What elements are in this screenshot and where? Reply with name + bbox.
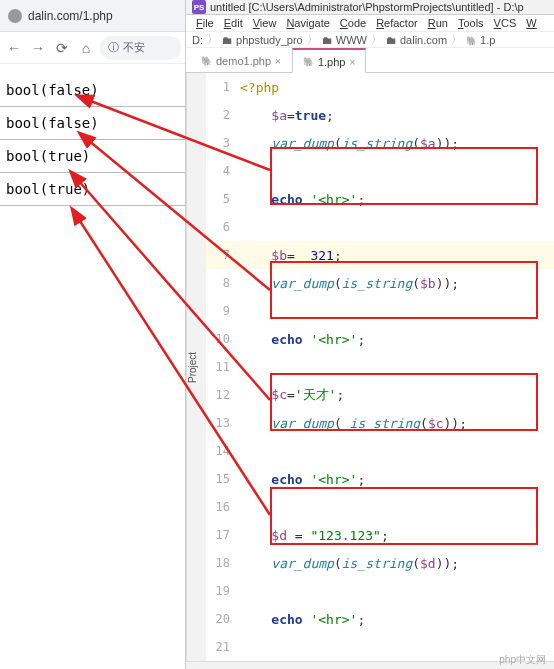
favicon-icon (8, 9, 22, 23)
line-number: 4 (206, 164, 240, 178)
line-number: 18 (206, 556, 240, 570)
code-line[interactable]: 17 $d = "123.123"; (206, 521, 554, 549)
code-line[interactable]: 13 var_dump( is_string($c)); (206, 409, 554, 437)
ide-breadcrumb: D:〉🖿 phpstudy_pro〉🖿 WWW〉🖿 dalin.com〉🐘 1.… (186, 32, 554, 48)
project-tool-tab[interactable]: Project (186, 73, 206, 661)
file-tab[interactable]: 🐘1.php× (292, 48, 366, 73)
menu-item[interactable]: Tools (454, 15, 488, 31)
tab-title: dalin.com/1.php (28, 9, 113, 23)
browser-tab[interactable]: dalin.com/1.php (0, 0, 185, 32)
reload-button[interactable]: ⟳ (52, 38, 72, 58)
line-number: 9 (206, 304, 240, 318)
watermark: php中文网 (499, 653, 546, 667)
url-bar[interactable]: ⓘ 不安 (100, 36, 181, 60)
code-line[interactable]: 6 (206, 213, 554, 241)
line-number: 20 (206, 612, 240, 626)
file-tab[interactable]: 🐘demo1.php× (190, 48, 292, 72)
close-icon[interactable]: × (349, 57, 355, 68)
breadcrumb-separator-icon: 〉 (371, 32, 382, 47)
code-line[interactable]: 7 $b= 321; (206, 241, 554, 269)
line-content: var_dump(is_string($a)); (240, 136, 554, 151)
breadcrumb-item[interactable]: D: (192, 34, 203, 46)
ide-title-text: untitled [C:\Users\Administrator\Phpstor… (210, 1, 524, 13)
breadcrumb-item[interactable]: 🖿 WWW (322, 34, 367, 46)
line-content: echo '<hr>'; (240, 472, 554, 487)
line-content: echo '<hr>'; (240, 332, 554, 347)
browser-panel: dalin.com/1.php ← → ⟳ ⌂ ⓘ 不安 bool(false)… (0, 0, 185, 669)
output-row: bool(true) (0, 173, 185, 206)
line-number: 11 (206, 360, 240, 374)
menu-item[interactable]: File (192, 15, 218, 31)
code-line[interactable]: 15 echo '<hr>'; (206, 465, 554, 493)
line-number: 14 (206, 444, 240, 458)
code-line[interactable]: 9 (206, 297, 554, 325)
code-line[interactable]: 2 $a=true; (206, 101, 554, 129)
line-content: $d = "123.123"; (240, 528, 554, 543)
line-content: echo '<hr>'; (240, 192, 554, 207)
ide-menu-bar: FileEditViewNavigateCodeRefactorRunTools… (186, 15, 554, 32)
line-number: 15 (206, 472, 240, 486)
close-icon[interactable]: × (275, 56, 281, 67)
breadcrumb-item[interactable]: 🐘 1.p (466, 34, 495, 46)
menu-item[interactable]: Refactor (372, 15, 422, 31)
line-number: 8 (206, 276, 240, 290)
code-line[interactable]: 20 echo '<hr>'; (206, 605, 554, 633)
breadcrumb-separator-icon: 〉 (451, 32, 462, 47)
code-line[interactable]: 3 var_dump(is_string($a)); (206, 129, 554, 157)
line-content: $b= 321; (240, 248, 554, 263)
line-content: echo '<hr>'; (240, 612, 554, 627)
not-secure-icon: ⓘ (108, 40, 119, 55)
line-number: 1 (206, 80, 240, 94)
breadcrumb-item[interactable]: 🖿 dalin.com (386, 34, 447, 46)
breadcrumb-item[interactable]: 🖿 phpstudy_pro (222, 34, 303, 46)
code-line[interactable]: 16 (206, 493, 554, 521)
line-content: var_dump( is_string($c)); (240, 416, 554, 431)
code-line[interactable]: 4 (206, 157, 554, 185)
line-content: <?php (240, 80, 554, 95)
code-line[interactable]: 5 echo '<hr>'; (206, 185, 554, 213)
breadcrumb-separator-icon: 〉 (207, 32, 218, 47)
menu-item[interactable]: Edit (220, 15, 247, 31)
menu-item[interactable]: Run (424, 15, 452, 31)
line-number: 21 (206, 640, 240, 654)
code-line[interactable]: 10 echo '<hr>'; (206, 325, 554, 353)
code-line[interactable]: 12 $c='天才'; (206, 381, 554, 409)
browser-toolbar: ← → ⟳ ⌂ ⓘ 不安 (0, 32, 185, 64)
forward-button[interactable]: → (28, 38, 48, 58)
line-number: 7 (206, 248, 240, 262)
output-row: bool(false) (0, 107, 185, 140)
code-line[interactable]: 1<?php (206, 73, 554, 101)
php-file-icon: 🐘 (303, 57, 314, 67)
line-content: $c='天才'; (240, 386, 554, 404)
line-number: 13 (206, 416, 240, 430)
line-number: 17 (206, 528, 240, 542)
back-button[interactable]: ← (4, 38, 24, 58)
line-content: var_dump(is_string($d)); (240, 556, 554, 571)
code-line[interactable]: 19 (206, 577, 554, 605)
menu-item[interactable]: VCS (490, 15, 521, 31)
line-number: 3 (206, 136, 240, 150)
code-line[interactable]: 8 var_dump(is_string($b)); (206, 269, 554, 297)
line-number: 5 (206, 192, 240, 206)
menu-item[interactable]: W (522, 15, 540, 31)
home-button[interactable]: ⌂ (76, 38, 96, 58)
code-line[interactable]: 18 var_dump(is_string($d)); (206, 549, 554, 577)
ide-panel: PS untitled [C:\Users\Administrator\Phps… (185, 0, 554, 669)
menu-item[interactable]: Code (336, 15, 370, 31)
code-line[interactable]: 11 (206, 353, 554, 381)
line-number: 6 (206, 220, 240, 234)
code-editor[interactable]: 1<?php2 $a=true;3 var_dump(is_string($a)… (206, 73, 554, 661)
line-content: var_dump(is_string($b)); (240, 276, 554, 291)
menu-item[interactable]: Navigate (282, 15, 333, 31)
line-number: 19 (206, 584, 240, 598)
ide-title-bar: PS untitled [C:\Users\Administrator\Phps… (186, 0, 554, 15)
output-row: bool(false) (0, 74, 185, 107)
code-line[interactable]: 14 (206, 437, 554, 465)
line-number: 2 (206, 108, 240, 122)
output-row: bool(true) (0, 140, 185, 173)
line-number: 10 (206, 332, 240, 346)
menu-item[interactable]: View (249, 15, 281, 31)
php-file-icon: 🐘 (201, 56, 212, 66)
security-text: 不安 (123, 40, 145, 55)
line-number: 16 (206, 500, 240, 514)
